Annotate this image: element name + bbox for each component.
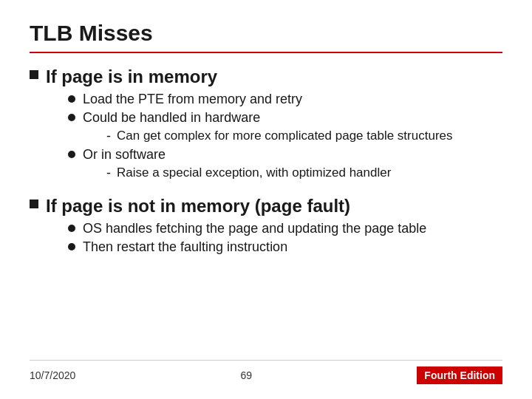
sub-list-1: Load the PTE from memory and retry Could… [68, 92, 502, 181]
sub-bullet-2-1: OS handles fetching the page and updatin… [68, 221, 502, 236]
section-2: If page is not in memory (page fault) OS… [30, 196, 502, 255]
dash-icon: - [106, 166, 111, 181]
footer-edition: Fourth Edition [417, 366, 502, 384]
sub-bullet-1-1-text: Load the PTE from memory and retry [83, 92, 302, 107]
sub-bullet-1-3-text: Or in software [83, 147, 166, 163]
footer-date: 10/7/2020 [30, 369, 75, 381]
main-bullet-2: If page is not in memory (page fault) [30, 196, 502, 216]
main-bullet-1-text: If page is in memory [46, 66, 217, 87]
footer-page-number: 69 [241, 369, 253, 381]
sub-bullet-1-1: Load the PTE from memory and retry [68, 92, 502, 107]
slide: TLB Misses If page is in memory Load the… [0, 0, 532, 399]
dash-bullet-1-2-text: Raise a special exception, with optimize… [117, 166, 391, 180]
dash-bullet-1-1-text: Can get complex for more complicated pag… [117, 129, 453, 143]
sub-bullet-1-3: Or in software [68, 147, 502, 163]
sub-bullet-2-1-text: OS handles fetching the page and updatin… [83, 221, 426, 236]
circle-icon [68, 114, 75, 121]
title-area: TLB Misses [30, 21, 502, 53]
section-1: If page is in memory Load the PTE from m… [30, 66, 502, 181]
sub-bullet-1-2-text: Could be handled in hardware [83, 110, 260, 126]
main-bullet-1: If page is in memory [30, 66, 502, 87]
dash-bullet-1-1: - Can get complex for more complicated p… [106, 129, 502, 144]
bullet-square-icon [30, 200, 38, 208]
dash-icon: - [106, 129, 111, 144]
circle-icon [68, 151, 75, 158]
bullet-square-icon [30, 70, 38, 79]
circle-icon [68, 95, 75, 103]
sub-list-2: OS handles fetching the page and updatin… [68, 221, 502, 255]
circle-icon [68, 243, 75, 250]
slide-title: TLB Misses [30, 21, 153, 45]
main-bullet-2-text: If page is not in memory (page fault) [46, 196, 350, 216]
circle-icon [68, 225, 75, 232]
sub-bullet-2-2-text: Then restart the faulting instruction [83, 239, 287, 255]
sub-bullet-1-2: Could be handled in hardware [68, 110, 502, 126]
sub-bullet-2-2: Then restart the faulting instruction [68, 239, 502, 255]
footer: 10/7/2020 69 Fourth Edition [30, 360, 502, 384]
dash-bullet-1-2: - Raise a special exception, with optimi… [106, 166, 502, 181]
content-area: If page is in memory Load the PTE from m… [30, 66, 502, 360]
